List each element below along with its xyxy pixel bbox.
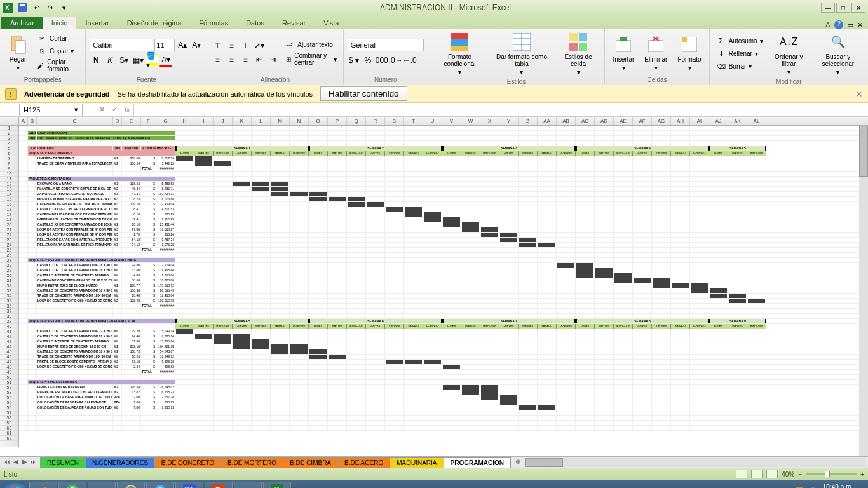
- row-header[interactable]: 4: [0, 141, 18, 146]
- col-header[interactable]: W: [461, 117, 480, 125]
- task-word-icon[interactable]: W: [175, 482, 203, 488]
- row-header[interactable]: 58: [0, 416, 18, 421]
- row-header[interactable]: 41: [0, 329, 18, 334]
- sheet-tab[interactable]: B.DE CONCRETO: [154, 458, 221, 468]
- format-painter-button[interactable]: 🖌Copiar formato: [34, 58, 81, 73]
- row-header[interactable]: 56: [0, 405, 18, 410]
- col-header[interactable]: AB: [557, 117, 576, 125]
- col-header[interactable]: M: [271, 117, 290, 125]
- col-header[interactable]: Q: [347, 117, 366, 125]
- new-sheet-button[interactable]: ⊕: [513, 458, 522, 467]
- maximize-button[interactable]: □: [836, 3, 850, 13]
- redo-icon[interactable]: ↷: [44, 2, 56, 13]
- view-normal-icon[interactable]: [736, 470, 747, 478]
- row-header[interactable]: 13: [0, 187, 18, 192]
- font-name-input[interactable]: [90, 39, 153, 51]
- sheet-tab[interactable]: B.DE ACERO: [337, 458, 390, 468]
- col-header[interactable]: T: [404, 117, 423, 125]
- row-header[interactable]: 62: [0, 436, 18, 441]
- wrap-text-button[interactable]: ⮐Ajustar texto: [282, 39, 339, 50]
- row-header[interactable]: 1: [0, 126, 18, 131]
- row-header[interactable]: 29: [0, 268, 18, 273]
- fill-button[interactable]: ⬇Rellenar ▾: [714, 48, 766, 60]
- sheet-tab[interactable]: RESUMEN: [40, 458, 86, 468]
- col-header[interactable]: C: [37, 117, 113, 125]
- tab-datos[interactable]: Datos: [237, 17, 273, 29]
- sheet-tab[interactable]: MAQUINARIA: [390, 458, 444, 468]
- row-header[interactable]: 10: [0, 172, 18, 177]
- row-header[interactable]: 21: [0, 227, 18, 233]
- row-header[interactable]: 59: [0, 421, 18, 426]
- row-header[interactable]: 39: [0, 319, 18, 324]
- select-all-corner[interactable]: [0, 117, 19, 125]
- col-header[interactable]: AC: [576, 117, 595, 125]
- font-size-input[interactable]: [154, 39, 175, 51]
- col-header[interactable]: P: [328, 117, 347, 125]
- task-ie-icon[interactable]: [117, 482, 145, 488]
- row-header[interactable]: 7: [0, 156, 18, 161]
- row-header[interactable]: 33: [0, 288, 18, 294]
- paste-button[interactable]: Pegar▾: [4, 33, 32, 72]
- align-middle-icon[interactable]: ≡: [225, 39, 238, 52]
- row-header[interactable]: 60: [0, 426, 18, 431]
- col-header[interactable]: AD: [595, 117, 614, 125]
- task-chrome-icon[interactable]: [58, 482, 86, 488]
- col-header[interactable]: L: [252, 117, 271, 125]
- row-header[interactable]: 49: [0, 370, 18, 375]
- zoom-out-button[interactable]: −: [798, 471, 802, 478]
- show-desktop-button[interactable]: [858, 482, 863, 488]
- row-header[interactable]: 19: [0, 217, 18, 222]
- tab-vista[interactable]: Vista: [315, 17, 348, 29]
- col-header[interactable]: B: [28, 117, 37, 125]
- horizontal-scrollbar[interactable]: [525, 458, 865, 467]
- row-header[interactable]: 9: [0, 166, 18, 172]
- row-header[interactable]: 28: [0, 263, 18, 268]
- tab-nav-next[interactable]: ▶: [20, 458, 29, 467]
- row-header[interactable]: 31: [0, 278, 18, 283]
- save-icon[interactable]: [17, 2, 28, 13]
- col-header[interactable]: U: [423, 117, 442, 125]
- delete-button[interactable]: Eliminar▾: [641, 33, 671, 72]
- fx-icon[interactable]: fx: [121, 104, 133, 116]
- row-header[interactable]: 54: [0, 395, 18, 400]
- tab-revisar[interactable]: Revisar: [273, 17, 315, 29]
- window-close2-icon[interactable]: ✕: [857, 21, 863, 29]
- row-header[interactable]: 32: [0, 283, 18, 288]
- row-header[interactable]: 46: [0, 355, 18, 360]
- row-header[interactable]: 22: [0, 233, 18, 238]
- col-header[interactable]: AE: [614, 117, 633, 125]
- row-header[interactable]: 20: [0, 222, 18, 227]
- col-header[interactable]: D: [113, 117, 122, 125]
- tab-diseno[interactable]: Diseño de página: [118, 17, 191, 29]
- currency-icon[interactable]: $ ▾: [348, 54, 360, 67]
- tab-nav-first[interactable]: ⏮: [3, 458, 11, 467]
- row-header[interactable]: 45: [0, 349, 18, 355]
- col-header[interactable]: AA: [538, 117, 557, 125]
- spreadsheet-grid[interactable]: ABCDEFGHIJKLMNOPQRSTUVWXYZAAABACADAEAFAG…: [0, 117, 868, 456]
- row-header[interactable]: 52: [0, 385, 18, 390]
- cancel-formula-icon[interactable]: ✕: [95, 104, 108, 116]
- align-center-icon[interactable]: ≡: [225, 53, 238, 66]
- start-button[interactable]: [3, 482, 28, 488]
- col-header[interactable]: O: [309, 117, 328, 125]
- name-box[interactable]: H125▾: [19, 104, 83, 116]
- row-header[interactable]: 35: [0, 299, 18, 304]
- align-top-icon[interactable]: ⊤: [211, 39, 224, 52]
- sheet-tab[interactable]: PROGRAMACION: [444, 458, 511, 468]
- tab-insertar[interactable]: Insertar: [76, 17, 118, 29]
- align-left-icon[interactable]: ≡: [211, 53, 224, 66]
- clear-button[interactable]: ⌫Borrar ▾: [714, 61, 766, 72]
- autosum-button[interactable]: ΣAutosuma ▾: [714, 36, 766, 47]
- col-header[interactable]: H: [175, 117, 194, 125]
- increase-decimal-icon[interactable]: .0→: [390, 54, 402, 67]
- row-header[interactable]: 57: [0, 410, 18, 416]
- thousands-icon[interactable]: 000: [376, 54, 388, 67]
- decrease-font-icon[interactable]: A▾: [190, 39, 203, 51]
- cut-button[interactable]: ✂Cortar: [34, 32, 81, 44]
- minimize-ribbon-icon[interactable]: ᐱ: [825, 21, 831, 29]
- close-warning-icon[interactable]: ✕: [855, 89, 863, 99]
- tab-formulas[interactable]: Fórmulas: [190, 17, 237, 29]
- row-header[interactable]: 17: [0, 207, 18, 212]
- task-skype-icon[interactable]: S: [146, 482, 174, 488]
- row-header[interactable]: 48: [0, 365, 18, 370]
